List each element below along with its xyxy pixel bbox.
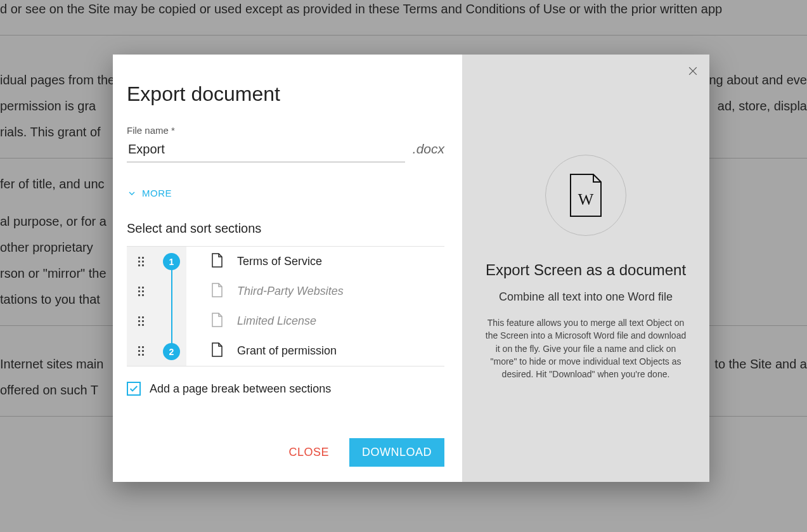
section-item[interactable]: Third-Party Websites [127,276,444,306]
section-label: Grant of permission [237,344,337,358]
word-file-icon: W [568,173,604,217]
section-label: Limited License [237,315,316,328]
section-label: Third-Party Websites [237,285,344,298]
right-panel-subtitle: Combine all text into one Word file [499,290,673,304]
file-name-input[interactable] [127,139,405,162]
close-button[interactable]: CLOSE [288,446,329,459]
document-icon [210,253,223,271]
download-button[interactable]: DOWNLOAD [349,438,444,467]
modal-title: Export document [127,82,444,106]
sections-heading: Select and sort sections [127,221,444,236]
more-toggle[interactable]: MORE [127,188,444,198]
page-break-checkbox[interactable] [127,382,141,396]
document-icon [210,283,223,301]
modal-right-panel: W Export Screen as a document Combine al… [462,55,709,482]
step-connector-line [171,261,172,351]
section-item[interactable]: Limited License [127,306,444,336]
right-panel-title: Export Screen as a document [486,261,686,279]
right-panel-description: This feature allows you to merge all tex… [484,316,687,380]
document-icon [210,342,223,360]
document-icon [210,313,223,330]
svg-text:W: W [578,190,594,209]
modal-left-panel: Export document File name * .docx MORE S… [113,55,462,482]
more-label: MORE [142,188,172,198]
close-icon[interactable] [687,65,699,80]
drag-handle-icon[interactable] [138,257,144,266]
word-document-illustration: W [545,155,626,236]
file-name-label: File name * [127,125,444,136]
export-document-modal: Export document File name * .docx MORE S… [113,55,709,482]
drag-handle-icon[interactable] [138,287,144,296]
step-badge-2: 2 [163,343,180,360]
drag-handle-icon[interactable] [138,316,144,326]
chevron-down-icon [127,188,137,198]
section-label: Terms of Service [237,255,322,268]
sections-list: 1 2 Terms of Service Third-Party Websit [127,246,444,367]
step-badge-1: 1 [163,253,180,270]
checkmark-icon [129,384,139,394]
page-break-label: Add a page break between sections [150,382,331,396]
drag-handle-icon[interactable] [138,346,144,356]
file-extension: .docx [413,141,444,157]
